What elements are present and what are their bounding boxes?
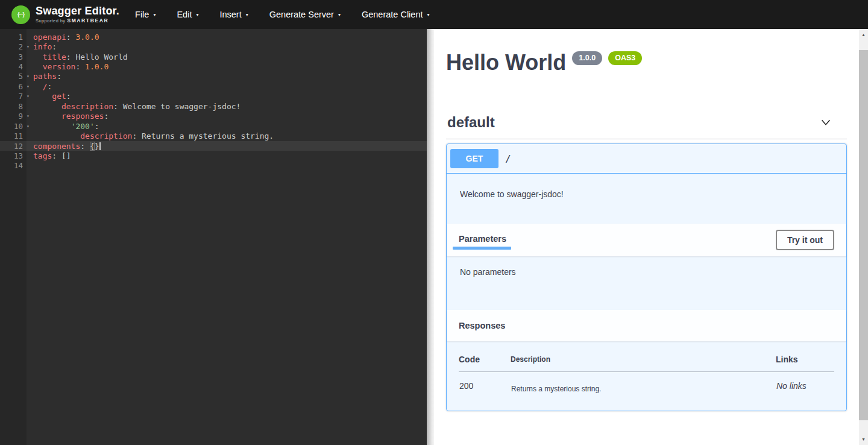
swagger-ui-panel: Hello World 1.0.0 OAS3 default GET / Wel… [434,29,859,445]
token: Returns a mysterious string. [142,131,274,140]
line-number: 12 [0,142,23,151]
fold-arrow-icon[interactable]: ▾ [23,44,33,49]
parameters-body: No parameters [447,256,846,310]
tag-section-default[interactable]: default [446,109,847,139]
token: : [66,33,76,42]
token: } [95,142,99,151]
line-code: get: [33,92,427,101]
editor-line-7[interactable]: 7▾ get: [0,92,427,101]
editor-line-6[interactable]: 6▾ /: [0,81,427,91]
scrollbar-thumb[interactable] [859,50,868,420]
parameters-tab[interactable]: Parameters [459,230,506,250]
scroll-down-icon[interactable]: ▼ [859,435,868,444]
responses-table: Code Description Links 200Returns a myst… [459,355,834,394]
text-cursor [99,142,101,150]
line-number: 14 [0,161,23,170]
editor-line-8[interactable]: 8 description: Welcome to swagger-jsdoc! [0,101,427,111]
get-method-button[interactable]: GET [450,149,498,168]
response-description: Returns a mysterious string. [511,372,776,394]
editor-line-2[interactable]: 2▾info: [0,42,427,51]
fold-arrow-icon[interactable]: ▾ [23,124,33,129]
fold-arrow-icon[interactable]: ▾ [23,84,33,89]
line-code: openapi: 3.0.0 [33,33,427,42]
editor-line-5[interactable]: 5▾paths: [0,72,427,81]
line-code: tags: [] [33,151,427,160]
api-title: Hello World 1.0.0 OAS3 [446,51,847,75]
token: description [61,102,113,111]
token: get [52,92,66,101]
pane-splitter[interactable] [427,29,434,445]
menu-edit[interactable]: Edit▾ [177,10,198,19]
editor-line-10[interactable]: 10▾ '200': [0,121,427,131]
line-code: version: 1.0.0 [33,62,427,71]
token: info [33,42,52,51]
line-number: 13 [0,151,23,160]
header-code: Code [459,355,511,372]
line-number: 11 [0,131,23,140]
token: Hello World [75,52,127,62]
editor-line-1[interactable]: 1openapi: 3.0.0 [0,32,427,42]
opblock-get-root: GET / Welcome to swagger-jsdoc! Paramete… [446,144,847,411]
api-info: Hello World 1.0.0 OAS3 [434,29,859,75]
menu-file[interactable]: File▾ [135,10,156,19]
token: : [113,102,123,111]
editor-line-3[interactable]: 3 title: Hello World [0,52,427,62]
token: openapi [33,33,66,42]
token: : [52,151,61,160]
token: 3.0.0 [75,33,99,42]
responses-table-header: Code Description Links [459,355,834,372]
fold-arrow-icon[interactable]: ▾ [23,74,33,79]
line-number: 9 [0,112,23,121]
try-it-out-button[interactable]: Try it out [776,230,834,250]
menu-bar: File▾Edit▾Insert▾Generate Server▾Generat… [135,10,429,19]
line-code: paths: [33,72,427,81]
chevron-down-icon[interactable] [819,116,832,129]
token: description [80,131,132,140]
opblock-summary[interactable]: GET / [447,144,846,174]
caret-down-icon: ▾ [196,12,198,17]
fold-arrow-icon[interactable]: ▾ [23,113,33,119]
menu-generate-client[interactable]: Generate Client▾ [362,10,430,19]
token: : [95,122,99,131]
editor-line-9[interactable]: 9▾ responses: [0,112,427,121]
parameters-header: Parameters Try it out [447,224,846,256]
swagger-logo-icon: {···} [11,5,30,24]
menu-insert[interactable]: Insert▾ [219,10,248,19]
token: components [33,142,80,151]
line-code: /: [33,82,427,91]
menu-generate-server[interactable]: Generate Server▾ [269,10,341,19]
yaml-editor[interactable]: 1openapi: 3.0.02▾info:3 title: Hello Wor… [0,29,427,445]
token: : [57,72,61,81]
line-number: 4 [0,62,23,71]
vertical-scrollbar[interactable]: ▲ ▼ [859,29,868,445]
token: : [66,92,71,101]
token: : [52,42,57,51]
responses-title: Responses [459,321,505,330]
editor-line-14[interactable]: 14 [0,161,427,171]
editor-line-11[interactable]: 11 description: Returns a mysterious str… [0,131,427,140]
fold-arrow-icon[interactable]: ▾ [23,93,33,99]
line-number: 8 [0,102,23,111]
line-number: 7 [0,92,23,101]
line-code: title: Hello World [33,52,427,62]
line-code: description: Welcome to swagger-jsdoc! [33,102,427,111]
scroll-up-icon[interactable]: ▲ [859,30,868,39]
token: title [43,52,66,62]
token: 1.0.0 [85,62,108,71]
token: tags [33,151,52,160]
editor-line-4[interactable]: 4 version: 1.0.0 [0,62,427,71]
swagger-editor-logo: {···} Swagger Editor. Supported bySMARTB… [11,5,119,24]
line-number: 5 [0,72,23,81]
token: : [47,82,52,91]
token: paths [33,72,57,81]
caret-down-icon: ▾ [427,12,430,17]
menu-label: Insert [219,10,241,19]
token: : [75,62,85,71]
token: : [132,131,142,140]
line-code: responses: [33,112,427,121]
header-description: Description [511,355,776,372]
editor-line-13[interactable]: 13tags: [] [0,151,427,160]
caret-down-icon: ▾ [153,12,156,17]
caret-down-icon: ▾ [338,12,341,17]
editor-line-12[interactable]: 12components: {} [0,141,427,151]
